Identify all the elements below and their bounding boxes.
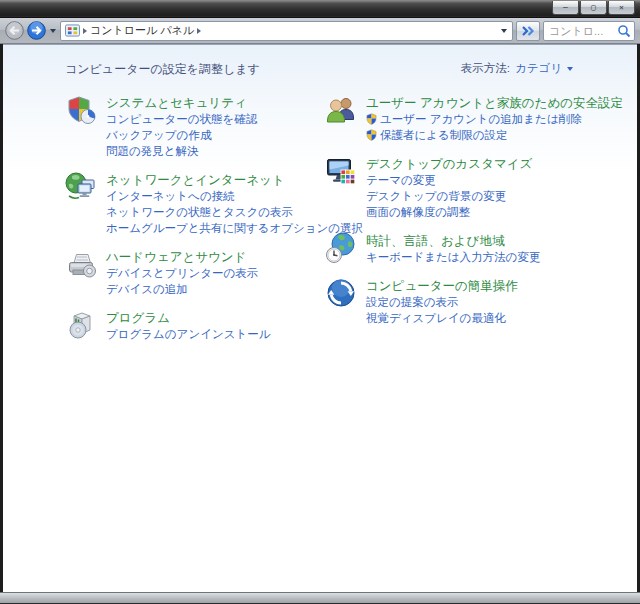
recent-pages-chevron-icon[interactable] xyxy=(50,29,56,33)
category-text: コンピューターの簡単操作設定の提案の表示視覚ディスプレイの最適化 xyxy=(366,277,518,326)
window-bottom-frame xyxy=(0,592,640,604)
title-bar[interactable]: — ▢ ✕ xyxy=(0,0,640,18)
printer-icon[interactable] xyxy=(65,248,97,280)
task-link[interactable]: 設定の提案の表示 xyxy=(366,294,518,310)
page-title: コンピューターの設定を調整します xyxy=(65,61,260,78)
task-link-label: ネットワークの状態とタスクの表示 xyxy=(106,204,293,220)
category-text: ハードウェアとサウンドデバイスとプリンターの表示デバイスの追加 xyxy=(106,248,258,297)
category-text: プログラムプログラムのアンインストール xyxy=(106,309,271,342)
refresh-icon xyxy=(521,25,535,37)
task-link-label: デバイスとプリンターの表示 xyxy=(106,265,258,281)
category-title[interactable]: 時計、言語、および地域 xyxy=(366,233,540,249)
task-link[interactable]: デバイスの追加 xyxy=(106,281,258,297)
task-link-label: キーボードまたは入力方法の変更 xyxy=(366,249,540,265)
task-link[interactable]: ユーザー アカウントの追加または削除 xyxy=(366,111,623,127)
refresh-button[interactable] xyxy=(516,21,540,41)
uac-shield-icon xyxy=(366,129,377,141)
clock-globe-icon[interactable] xyxy=(325,232,357,264)
category-group: ハードウェアとサウンドデバイスとプリンターの表示デバイスの追加 xyxy=(65,248,325,297)
category-text: デスクトップのカスタマイズテーマの変更デスクトップの背景の変更画面の解像度の調整 xyxy=(366,155,532,220)
task-link[interactable]: プログラムのアンインストール xyxy=(106,326,271,342)
task-link-label: デバイスの追加 xyxy=(106,281,188,297)
page-header: コンピューターの設定を調整します 表示方法: カテゴリ xyxy=(3,45,637,78)
control-panel-home: コンピューターの設定を調整します 表示方法: カテゴリ システムとセキュリティコ… xyxy=(3,44,637,592)
explorer-window: — ▢ ✕ コントロール パネル xyxy=(0,0,640,604)
category-group: プログラムプログラムのアンインストール xyxy=(65,309,325,342)
task-link[interactable]: 保護者による制限の設定 xyxy=(366,127,623,143)
breadcrumb-arrow-icon[interactable] xyxy=(197,28,201,34)
view-by-label: 表示方法: xyxy=(461,61,510,76)
maximize-button[interactable]: ▢ xyxy=(580,1,607,15)
task-link-label: インターネットへの接続 xyxy=(106,188,235,204)
forward-button[interactable] xyxy=(27,21,46,40)
window-controls: — ▢ ✕ xyxy=(552,1,635,15)
control-panel-icon xyxy=(65,24,80,37)
category-group: システムとセキュリティコンピューターの状態を確認バックアップの作成問題の発見と解… xyxy=(65,94,325,159)
view-by-chevron-icon[interactable] xyxy=(567,67,573,71)
category-columns: システムとセキュリティコンピューターの状態を確認バックアップの作成問題の発見と解… xyxy=(3,78,637,354)
category-group: 時計、言語、および地域キーボードまたは入力方法の変更 xyxy=(325,232,625,265)
task-link[interactable]: キーボードまたは入力方法の変更 xyxy=(366,249,540,265)
close-button[interactable]: ✕ xyxy=(608,1,635,15)
task-link[interactable]: バックアップの作成 xyxy=(106,127,257,143)
program-box-icon[interactable] xyxy=(65,309,97,341)
task-link[interactable]: 視覚ディスプレイの最適化 xyxy=(366,310,518,326)
category-group: デスクトップのカスタマイズテーマの変更デスクトップの背景の変更画面の解像度の調整 xyxy=(325,155,625,220)
security-shield-icon[interactable] xyxy=(65,94,97,126)
category-column-right: ユーザー アカウントと家族のための安全設定 ユーザー アカウントの追加または削除… xyxy=(325,94,625,354)
ease-of-access-icon[interactable] xyxy=(325,277,357,309)
category-title[interactable]: ハードウェアとサウンド xyxy=(106,249,258,265)
task-link[interactable]: 画面の解像度の調整 xyxy=(366,204,532,220)
maximize-icon: ▢ xyxy=(591,4,596,12)
category-group: ネットワークとインターネットインターネットへの接続ネットワークの状態とタスクの表… xyxy=(65,171,325,236)
category-title[interactable]: プログラム xyxy=(106,310,271,326)
task-link-label: プログラムのアンインストール xyxy=(106,326,271,342)
back-button[interactable] xyxy=(5,21,24,40)
address-bar[interactable]: コントロール パネル xyxy=(60,21,513,41)
network-globe-icon[interactable] xyxy=(65,171,97,203)
task-link[interactable]: コンピューターの状態を確認 xyxy=(106,111,257,127)
category-title[interactable]: ユーザー アカウントと家族のための安全設定 xyxy=(366,95,623,111)
task-link-label: ユーザー アカウントの追加または削除 xyxy=(380,111,582,127)
uac-shield-icon xyxy=(366,113,377,125)
category-text: システムとセキュリティコンピューターの状態を確認バックアップの作成問題の発見と解… xyxy=(106,94,257,159)
task-link-label: 画面の解像度の調整 xyxy=(366,204,470,220)
address-dropdown-chevron-icon[interactable] xyxy=(501,29,507,33)
task-link[interactable]: デバイスとプリンターの表示 xyxy=(106,265,258,281)
display-palette-icon[interactable] xyxy=(325,155,357,187)
category-group: ユーザー アカウントと家族のための安全設定 ユーザー アカウントの追加または削除… xyxy=(325,94,625,143)
breadcrumb-arrow-icon[interactable] xyxy=(83,28,87,34)
search-input[interactable] xyxy=(549,25,617,37)
category-title[interactable]: システムとセキュリティ xyxy=(106,95,257,111)
user-accounts-icon[interactable] xyxy=(325,94,357,126)
category-text: 時計、言語、および地域キーボードまたは入力方法の変更 xyxy=(366,232,540,265)
minimize-icon: — xyxy=(563,4,568,12)
task-link-label: デスクトップの背景の変更 xyxy=(366,188,506,204)
task-link-label: 問題の発見と解決 xyxy=(106,143,199,159)
task-link-label: 保護者による制限の設定 xyxy=(380,127,508,143)
minimize-button[interactable]: — xyxy=(552,1,579,15)
category-text: ユーザー アカウントと家族のための安全設定 ユーザー アカウントの追加または削除… xyxy=(366,94,623,143)
task-link-label: バックアップの作成 xyxy=(106,127,211,143)
view-by-value[interactable]: カテゴリ xyxy=(515,61,562,76)
breadcrumb-item-control-panel[interactable]: コントロール パネル xyxy=(90,23,194,38)
task-link-label: テーマの変更 xyxy=(366,172,436,188)
task-link-label: コンピューターの状態を確認 xyxy=(106,111,257,127)
search-icon[interactable] xyxy=(617,24,631,38)
category-title[interactable]: デスクトップのカスタマイズ xyxy=(366,156,532,172)
task-link[interactable]: デスクトップの背景の変更 xyxy=(366,188,532,204)
category-title[interactable]: コンピューターの簡単操作 xyxy=(366,278,518,294)
task-link-label: 視覚ディスプレイの最適化 xyxy=(366,310,506,326)
task-link[interactable]: テーマの変更 xyxy=(366,172,532,188)
search-box[interactable] xyxy=(543,21,635,41)
category-group: コンピューターの簡単操作設定の提案の表示視覚ディスプレイの最適化 xyxy=(325,277,625,326)
view-by-control: 表示方法: カテゴリ xyxy=(461,61,573,76)
task-link-label: 設定の提案の表示 xyxy=(366,294,459,310)
category-column-left: システムとセキュリティコンピューターの状態を確認バックアップの作成問題の発見と解… xyxy=(65,94,325,354)
task-link[interactable]: 問題の発見と解決 xyxy=(106,143,257,159)
navigation-bar: コントロール パネル xyxy=(0,18,640,44)
close-icon: ✕ xyxy=(619,4,624,12)
